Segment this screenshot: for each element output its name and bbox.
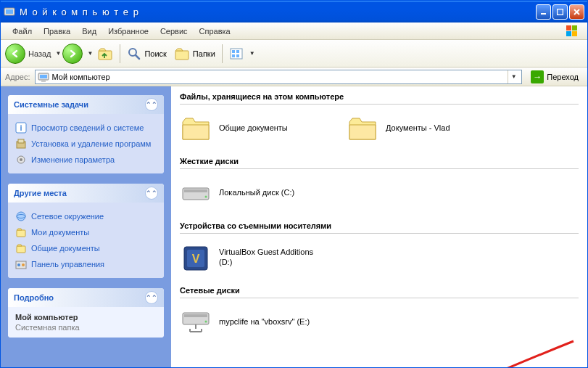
search-button[interactable]: Поиск — [124, 45, 169, 62]
addressbar: Адрес: Мой компьютер ▼ → Переход — [1, 68, 587, 86]
svg-rect-42 — [184, 314, 207, 317]
item-grid: Общие документы Документы - Vlad — [180, 112, 579, 144]
views-dropdown-icon[interactable]: ▼ — [249, 50, 255, 57]
svg-point-37 — [205, 196, 207, 198]
other-places-panel: Другие места ⌃⌃ Сетевое окружение Мои до… — [8, 184, 164, 278]
address-value: Мой компьютер — [52, 73, 505, 81]
svg-rect-9 — [572, 31, 577, 36]
go-arrow-icon: → — [531, 70, 544, 83]
svg-point-43 — [205, 321, 207, 323]
chevron-up-icon[interactable]: ⌃⌃ — [145, 98, 158, 111]
menu-view[interactable]: Вид — [76, 25, 102, 38]
svg-rect-18 — [236, 54, 239, 57]
close-button[interactable] — [569, 4, 584, 20]
svg-rect-31 — [17, 246, 25, 253]
svg-rect-30 — [17, 230, 25, 237]
svg-rect-16 — [236, 50, 239, 53]
task-label: Установка и удаление программ — [31, 139, 151, 148]
go-button[interactable]: → Переход — [526, 69, 583, 85]
chevron-up-icon[interactable]: ⌃⌃ — [145, 291, 158, 304]
titlebar[interactable]: М о й к о м п ь ю т е р — [1, 1, 587, 23]
folder-icon — [347, 112, 378, 144]
system-tasks-body: i Просмотр сведений о системе Установка … — [8, 114, 164, 173]
menu-file[interactable]: Файл — [7, 25, 38, 38]
window-controls — [536, 4, 584, 20]
forward-dropdown-icon[interactable]: ▼ — [87, 50, 93, 57]
item-shared-documents[interactable]: Общие документы — [180, 112, 325, 144]
computer-icon — [38, 71, 49, 83]
svg-rect-8 — [566, 31, 571, 36]
svg-rect-20 — [40, 75, 47, 78]
task-view-system-info[interactable]: i Просмотр сведений о системе — [15, 120, 157, 136]
toolbar-separator-2 — [222, 44, 223, 63]
search-label: Поиск — [144, 49, 166, 58]
task-change-setting[interactable]: Изменение параметра — [15, 152, 157, 168]
menu-favorites[interactable]: Избранное — [102, 25, 154, 38]
forward-icon — [62, 44, 83, 64]
folders-label: Папки — [193, 49, 215, 58]
chevron-up-icon[interactable]: ⌃⌃ — [145, 187, 158, 200]
other-places-header[interactable]: Другие места ⌃⌃ — [8, 184, 164, 203]
control-panel-icon — [15, 258, 27, 270]
network-icon — [15, 210, 27, 222]
system-tasks-panel: Системные задачи ⌃⌃ i Просмотр сведений … — [8, 95, 164, 173]
item-grid: Локальный диск (C:) — [180, 176, 579, 208]
system-tasks-header[interactable]: Системные задачи ⌃⌃ — [8, 95, 164, 114]
item-network-drive-e[interactable]: mypclife на "vboxsrv" (E:) — [180, 306, 325, 338]
back-label: Назад — [28, 49, 51, 58]
views-button[interactable]: ▼ — [226, 45, 258, 62]
details-panel: Подробно ⌃⌃ Мой компьютер Системная папк… — [8, 288, 164, 338]
svg-rect-3 — [558, 9, 563, 15]
folders-button[interactable]: Папки — [171, 45, 218, 62]
address-input[interactable]: Мой компьютер ▼ — [35, 70, 523, 84]
section-user-files: Файлы, хранящиеся на этом компьютере Общ… — [180, 92, 579, 144]
task-label: Изменение параметра — [31, 155, 115, 164]
item-label: Локальный диск (C:) — [219, 187, 294, 197]
item-local-disk-c[interactable]: Локальный диск (C:) — [180, 176, 325, 208]
app-icon — [4, 6, 15, 17]
item-virtualbox-additions[interactable]: V VirtualBox Guest Additions (D:) — [180, 241, 325, 273]
folder-up-icon — [97, 46, 113, 62]
forward-button[interactable]: ▼ — [62, 44, 93, 64]
item-label: Документы - Vlad — [386, 123, 450, 133]
details-body: Мой компьютер Системная папка — [8, 307, 164, 338]
section-header: Устройства со съемными носителями — [180, 221, 579, 234]
details-type: Системная папка — [15, 323, 157, 332]
info-icon: i — [15, 122, 27, 134]
place-control-panel[interactable]: Панель управления — [15, 256, 157, 272]
svg-point-28 — [17, 212, 25, 221]
menu-tools[interactable]: Сервис — [154, 25, 194, 38]
details-title: Подробно — [14, 293, 54, 302]
item-user-documents[interactable]: Документы - Vlad — [347, 112, 492, 144]
address-dropdown-icon[interactable]: ▼ — [508, 70, 519, 83]
other-places-title: Другие места — [14, 189, 67, 197]
menu-edit[interactable]: Правка — [38, 25, 76, 38]
shared-folder-icon — [15, 242, 27, 254]
back-button[interactable]: Назад ▼ — [5, 44, 61, 64]
settings-icon — [15, 154, 27, 165]
go-label: Переход — [547, 73, 579, 81]
place-label: Панель управления — [31, 260, 104, 269]
place-my-documents[interactable]: Мои документы — [15, 224, 157, 240]
place-network[interactable]: Сетевое окружение — [15, 208, 157, 224]
svg-rect-2 — [541, 13, 546, 15]
item-label: mypclife на "vboxsrv" (E:) — [219, 316, 310, 327]
back-dropdown-icon[interactable]: ▼ — [56, 50, 62, 57]
svg-point-33 — [17, 263, 20, 266]
section-header: Файлы, хранящиеся на этом компьютере — [180, 92, 579, 105]
svg-rect-7 — [572, 25, 577, 30]
views-icon — [229, 46, 245, 61]
place-shared-documents[interactable]: Общие документы — [15, 240, 157, 256]
task-add-remove-programs[interactable]: Установка и удаление программ — [15, 136, 157, 152]
menu-help[interactable]: Справка — [194, 25, 236, 38]
install-icon — [15, 138, 27, 150]
details-header[interactable]: Подробно ⌃⌃ — [8, 288, 164, 307]
maximize-button[interactable] — [552, 4, 568, 20]
minimize-button[interactable] — [536, 4, 551, 20]
window-title: М о й к о м п ь ю т е р — [20, 7, 536, 17]
section-removable: Устройства со съемными носителями V Virt… — [180, 221, 579, 273]
item-grid: mypclife на "vboxsrv" (E:) — [180, 306, 579, 338]
toolbar-separator — [120, 44, 120, 63]
up-button[interactable] — [94, 44, 116, 63]
network-drive-icon — [180, 306, 212, 338]
